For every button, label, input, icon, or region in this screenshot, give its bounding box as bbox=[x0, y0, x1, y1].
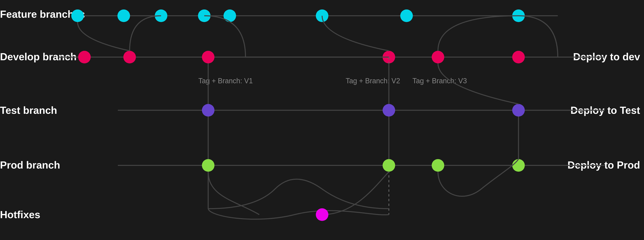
svg-point-26 bbox=[316, 208, 328, 221]
svg-point-14 bbox=[432, 51, 444, 63]
svg-point-15 bbox=[512, 51, 525, 63]
svg-point-5 bbox=[224, 10, 236, 22]
svg-point-20 bbox=[512, 104, 525, 116]
svg-point-1 bbox=[71, 10, 84, 22]
svg-point-22 bbox=[202, 159, 214, 172]
diagram-container: Feature branches Develop branch Test bra… bbox=[0, 0, 644, 240]
svg-point-11 bbox=[123, 51, 136, 63]
svg-point-10 bbox=[78, 51, 91, 63]
svg-point-7 bbox=[400, 10, 413, 22]
svg-point-24 bbox=[432, 159, 444, 172]
diagram-svg bbox=[0, 0, 644, 240]
svg-point-12 bbox=[202, 51, 214, 63]
svg-point-25 bbox=[512, 159, 525, 172]
svg-point-23 bbox=[382, 159, 395, 172]
svg-point-2 bbox=[118, 10, 130, 22]
svg-point-18 bbox=[202, 104, 214, 116]
svg-point-19 bbox=[382, 104, 395, 116]
